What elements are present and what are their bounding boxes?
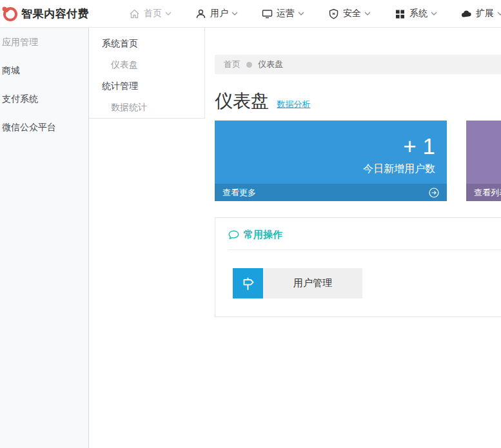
nav-item-label: 首页 <box>144 8 162 19</box>
submenu-item-data-statistics[interactable]: 数据统计 <box>89 97 204 118</box>
submenu-item-dashboard[interactable]: 仪表盘 <box>89 54 204 75</box>
view-list-label: 查看列表 <box>474 184 501 201</box>
stat-card-new-users: + 1 今日新增用户数 查看更多 <box>215 121 447 201</box>
chevron-down-icon <box>431 12 437 15</box>
nav-item-label: 运营 <box>277 8 295 19</box>
breadcrumb-separator-dot <box>246 62 252 68</box>
nav-item-users[interactable]: 用户 <box>195 8 238 19</box>
panel-header: 常用操作 <box>215 218 501 241</box>
chevron-down-icon <box>165 12 172 15</box>
submenu-panel: 系统首页 仪表盘 统计管理 数据统计 <box>89 28 205 119</box>
sidebar-item-mall[interactable]: 商城 <box>0 56 88 84</box>
brand[interactable]: 智果内容付费 <box>0 5 98 22</box>
home-icon <box>129 8 140 19</box>
stat-card-purple: 查看列表 <box>466 121 501 201</box>
page-title-bar: 仪表盘 数据分析 <box>215 89 310 113</box>
cloud-icon <box>461 8 472 19</box>
nav-item-label: 用户 <box>210 8 228 19</box>
stat-value: + 1 <box>215 121 447 157</box>
nav-item-label: 扩展 <box>476 8 494 19</box>
submenu-group-statistics[interactable]: 统计管理 <box>89 75 204 97</box>
common-operations-panel: 常用操作 用户管理 <box>215 217 501 317</box>
nav-item-security[interactable]: 安全 <box>328 8 371 19</box>
shortcut-user-management[interactable]: 用户管理 <box>233 268 362 298</box>
signpost-icon <box>233 268 263 298</box>
shortcut-label: 用户管理 <box>263 277 362 289</box>
chevron-down-icon <box>298 12 304 15</box>
arrow-right-circle-icon <box>429 188 439 198</box>
user-icon <box>195 8 206 19</box>
nav-item-system[interactable]: 系统 <box>395 8 437 19</box>
shield-icon <box>328 8 339 19</box>
view-more-label: 查看更多 <box>222 184 256 201</box>
module-sidebar: 应用管理 商城 支付系统 微信公众平台 <box>0 28 89 448</box>
brand-logo-icon <box>1 5 18 22</box>
panel-divider <box>228 249 501 250</box>
stat-label: 今日新增用户数 <box>215 157 447 176</box>
grid-icon <box>395 8 406 19</box>
breadcrumb-current: 仪表盘 <box>258 59 283 70</box>
panel-title: 常用操作 <box>244 229 282 241</box>
top-menu: 首页 用户 运营 安全 <box>129 8 501 19</box>
page-title: 仪表盘 <box>215 91 269 111</box>
top-navbar: 智果内容付费 首页 用户 运营 <box>0 0 501 28</box>
monitor-icon <box>262 8 273 19</box>
sidebar-item-payment-system[interactable]: 支付系统 <box>0 84 88 113</box>
chevron-down-icon <box>497 12 501 15</box>
chevron-down-icon <box>364 12 371 15</box>
sidebar-item-app-management[interactable]: 应用管理 <box>0 28 88 56</box>
submenu-group-system-home[interactable]: 系统首页 <box>89 33 204 54</box>
nav-item-operations[interactable]: 运营 <box>262 8 304 19</box>
nav-item-home[interactable]: 首页 <box>129 8 172 19</box>
nav-item-label: 安全 <box>343 8 361 19</box>
breadcrumb: 首页 仪表盘 <box>215 55 501 74</box>
view-list-link[interactable]: 查看列表 <box>466 184 501 201</box>
brand-name: 智果内容付费 <box>21 6 89 21</box>
stat-cards-row: + 1 今日新增用户数 查看更多 查看列表 <box>215 121 501 201</box>
breadcrumb-home[interactable]: 首页 <box>224 59 241 70</box>
nav-item-extensions[interactable]: 扩展 <box>461 8 501 19</box>
comment-bubble-icon <box>228 230 239 240</box>
nav-item-label: 系统 <box>409 8 427 19</box>
data-analysis-link[interactable]: 数据分析 <box>277 99 310 109</box>
chevron-down-icon <box>231 12 238 15</box>
view-more-link[interactable]: 查看更多 <box>215 184 447 201</box>
sidebar-item-wechat-platform[interactable]: 微信公众平台 <box>0 113 88 141</box>
